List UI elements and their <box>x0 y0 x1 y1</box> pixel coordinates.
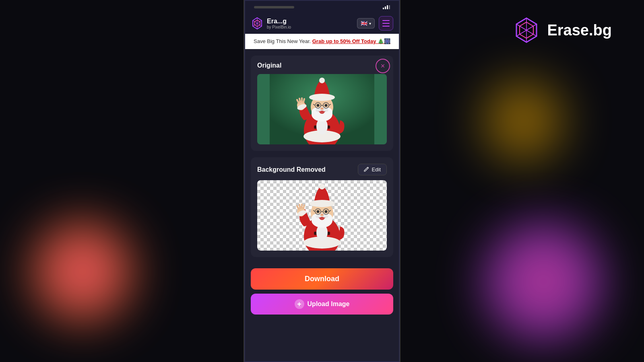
section-header: Background Removed Edit <box>257 164 387 175</box>
menu-line-3 <box>382 26 390 27</box>
upload-button[interactable]: + Upload Image <box>251 294 393 315</box>
removed-bg-image <box>257 180 387 251</box>
svg-point-61 <box>325 210 328 213</box>
brand-logo-icon <box>512 16 541 44</box>
blob-right <box>483 221 604 342</box>
chevron-down-icon: ▾ <box>369 21 371 26</box>
svg-point-71 <box>319 184 325 189</box>
svg-point-70 <box>309 200 335 207</box>
svg-line-48 <box>297 206 299 209</box>
background-removed-section: Background Removed Edit <box>251 157 393 257</box>
phone-mockup: Era...g by PixelBin.io 🇬🇧 ▾ Save Big Thi… <box>244 0 400 362</box>
svg-line-19 <box>299 99 300 102</box>
language-selector[interactable]: 🇬🇧 ▾ <box>357 18 375 29</box>
original-section: × Original <box>251 56 393 151</box>
edit-button[interactable]: Edit <box>358 164 387 175</box>
upload-plus-icon: + <box>295 299 304 309</box>
svg-line-51 <box>303 205 304 208</box>
svg-point-41 <box>319 78 325 83</box>
header-right: 🇬🇧 ▾ <box>357 16 393 31</box>
blob-top-right <box>483 80 564 161</box>
menu-line-2 <box>382 23 390 24</box>
removed-santa-svg <box>257 180 387 251</box>
signal-icon <box>383 5 390 9</box>
status-bar <box>244 0 400 13</box>
card-area: × Original <box>244 49 400 263</box>
svg-point-60 <box>317 210 320 213</box>
main-content: × Original <box>244 49 400 362</box>
svg-line-49 <box>299 205 300 208</box>
close-button[interactable]: × <box>376 59 390 73</box>
brand-name: Erase.bg <box>547 22 612 39</box>
app-name: Era...g <box>267 18 291 25</box>
promo-link[interactable]: Grab up to 50% Off Today 🎄🎆 <box>312 38 390 44</box>
svg-point-37 <box>320 111 324 114</box>
svg-point-31 <box>325 104 328 107</box>
svg-point-40 <box>309 94 335 101</box>
app-logo-icon <box>251 17 264 30</box>
menu-line-1 <box>382 20 390 21</box>
edit-label: Edit <box>372 167 381 173</box>
phone-notch <box>254 6 294 8</box>
status-icons <box>383 5 390 9</box>
promo-prefix: Save Big This New Year. <box>254 38 311 44</box>
svg-line-21 <box>303 99 304 102</box>
bottom-buttons: Download + Upload Image <box>244 263 400 321</box>
svg-point-38 <box>320 107 324 110</box>
blob-left <box>32 221 133 322</box>
upload-label: Upload Image <box>308 300 350 308</box>
app-logo-text: Era...g by PixelBin.io <box>267 18 291 29</box>
original-santa-svg <box>257 74 387 144</box>
original-image <box>257 74 387 144</box>
svg-point-30 <box>317 104 320 107</box>
promo-banner: Save Big This New Year. Grab up to 50% O… <box>244 34 400 49</box>
edit-icon <box>364 167 369 173</box>
brand-logo-area: Erase.bg <box>512 16 612 44</box>
app-tagline: by PixelBin.io <box>267 25 291 29</box>
svg-point-67 <box>320 217 324 220</box>
bg-removed-label: Background Removed <box>257 166 326 173</box>
download-button[interactable]: Download <box>251 268 393 290</box>
original-label: Original <box>257 62 387 69</box>
app-logo: Era...g by PixelBin.io <box>251 17 291 30</box>
svg-point-68 <box>320 214 324 216</box>
flag-icon: 🇬🇧 <box>361 20 367 27</box>
menu-button[interactable] <box>379 16 393 31</box>
app-header: Era...g by PixelBin.io 🇬🇧 ▾ <box>244 13 400 34</box>
